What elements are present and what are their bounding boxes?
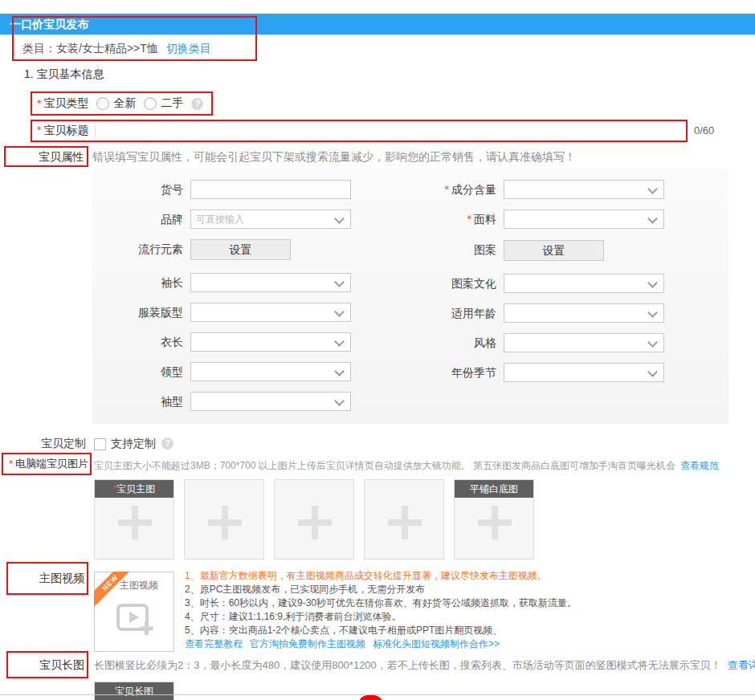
radio-used-label[interactable]: 二手: [161, 96, 183, 111]
long-image-upload-tile[interactable]: 宝贝长图: [94, 682, 174, 700]
radio-used[interactable]: [144, 97, 157, 110]
chevron-down-icon: [334, 336, 345, 347]
video-help-links: 查看完整教程官方淘拍免费制作主图视频标准化头图短视频制作合作>>: [185, 637, 577, 651]
section-header-bar: 一口价宝贝发布: [0, 14, 755, 35]
view-details-link[interactable]: 查看详情: [728, 659, 755, 671]
attr-input[interactable]: [190, 180, 351, 199]
attr-label: 领型: [92, 362, 183, 381]
chevron-down-icon: [647, 307, 658, 318]
video-help-link[interactable]: 标准化头图短视频制作合作>>: [373, 638, 500, 649]
image-upload-tile[interactable]: *宝贝主图: [94, 479, 174, 560]
required-mark: *: [445, 183, 449, 196]
required-mark: *: [467, 213, 471, 226]
chevron-down-icon: [334, 307, 345, 317]
image-upload-tile[interactable]: [364, 479, 444, 560]
attr-select[interactable]: [504, 333, 664, 352]
video-tip-line: 4、尺寸：建议1:1,16:9,利于消费者前台浏览体验。: [185, 610, 577, 624]
video-tip-line: 2、原PC主图视频发布，已实现同步手机，无需分开发布: [185, 583, 577, 596]
main-video-tips: 1、最新官方数据表明，有主图视频商品成交转化提升显著，建议尽快发布主图视频。2、…: [185, 569, 577, 651]
video-tip-line: 3、时长：60秒以内，建议9-30秒可优先在猜你喜欢、有好货等公域频道抓取，获取…: [185, 596, 577, 610]
video-tip-line: 1、最新官方数据表明，有主图视频商品成交转化提升显著，建议尽快发布主图视频。: [185, 569, 577, 583]
attributes-label: 宝贝属性: [39, 150, 84, 163]
attr-label: 年份季节: [365, 363, 496, 382]
attr-label: 袖型: [92, 392, 183, 411]
red-marker: [358, 695, 383, 700]
item-title-input[interactable]: [95, 122, 686, 140]
attr-select[interactable]: [190, 332, 351, 352]
view-spec-link[interactable]: 查看规范: [680, 460, 719, 471]
chevron-down-icon: [334, 366, 345, 376]
breadcrumb: 类目：女装/女士精品>>T恤切换类目: [22, 42, 211, 56]
attr-label: 衣长: [92, 332, 183, 352]
plus-icon: [402, 506, 408, 539]
video-tile-title: 主图视频: [95, 579, 173, 592]
attr-label: 服装版型: [92, 303, 183, 322]
item-type-row: * 宝贝类型 全新 二手 ?: [31, 92, 213, 116]
radio-new[interactable]: [96, 97, 109, 110]
item-type-label: 宝贝类型: [43, 96, 88, 111]
attr-label: *面料: [365, 210, 496, 229]
attr-select[interactable]: [504, 274, 664, 293]
attr-label: 适用年龄: [365, 303, 496, 323]
switch-category-link[interactable]: 切换类目: [166, 42, 211, 55]
set-button[interactable]: 设置: [190, 239, 291, 260]
plus-icon: [132, 506, 138, 539]
customization-checkbox-label[interactable]: 支持定制: [111, 437, 156, 451]
video-help-link[interactable]: 官方淘拍免费制作主图视频: [250, 638, 365, 649]
long-image-label: 宝贝长图: [39, 658, 84, 671]
attr-select[interactable]: [190, 273, 351, 292]
long-image-label-box: 宝贝长图: [6, 651, 88, 678]
page-title: 一口价宝贝发布: [0, 14, 755, 35]
attr-select[interactable]: [190, 303, 351, 322]
video-tip-line: 5、内容：突出商品1-2个核心卖点，不建议电子相册或PPT图片翻页视频、: [185, 624, 577, 637]
attr-label: 货号: [92, 180, 183, 199]
radio-new-label[interactable]: 全新: [113, 96, 136, 111]
main-video-upload-tile[interactable]: NEW 主图视频: [94, 572, 174, 652]
item-title-label: *宝贝标题: [32, 124, 95, 138]
attr-select[interactable]: [504, 363, 664, 382]
customization-checkbox[interactable]: [94, 438, 106, 450]
item-title-row: *宝贝标题: [31, 120, 688, 142]
chevron-down-icon: [647, 367, 658, 377]
chevron-down-icon: [334, 396, 345, 406]
attr-label: 图案: [365, 240, 496, 259]
attr-select[interactable]: [504, 210, 664, 229]
attributes-label-box: 宝贝属性: [4, 146, 88, 167]
main-video-label-box: 主图视频: [6, 562, 88, 595]
customization-label: 宝贝定制: [0, 437, 86, 451]
attr-select[interactable]: 可直接输入: [190, 210, 351, 229]
long-image-description: 长图横竖比必须为2：3，最小长度为480，建议使用800*1200，若不上传长图…: [94, 658, 755, 673]
set-button[interactable]: 设置: [504, 240, 604, 261]
attr-select[interactable]: [504, 180, 664, 199]
required-mark: *: [37, 97, 41, 110]
help-icon[interactable]: ?: [161, 438, 173, 450]
attributes-panel: 货号品牌可直接输入流行元素设置袖长服装版型衣长领型袖型*成分含量*面料图案设置图…: [92, 169, 728, 424]
chevron-down-icon: [647, 214, 658, 224]
attr-select[interactable]: [504, 303, 664, 323]
tile-header: 平铺白底图: [455, 480, 533, 498]
section-title: 1. 宝贝基本信息: [24, 67, 104, 82]
image-upload-tile[interactable]: 平铺白底图: [454, 479, 534, 560]
bottom-divider: [0, 694, 755, 695]
plus-icon: [492, 506, 498, 539]
video-help-link[interactable]: 查看完整教程: [185, 638, 243, 649]
chevron-down-icon: [334, 277, 345, 287]
main-video-label: 主图视频: [39, 572, 84, 584]
attr-label: *成分含量: [365, 180, 496, 199]
pc-images-description: 宝贝主图大小不能超过3MB；700*700 以上图片上传后宝贝详情页自动提供放大…: [94, 459, 719, 473]
chevron-down-icon: [647, 278, 658, 288]
attr-label: 风格: [365, 333, 496, 352]
attr-select[interactable]: [190, 392, 351, 411]
attr-label: 图案文化: [365, 274, 496, 293]
image-upload-tile[interactable]: [274, 479, 354, 560]
pc-images-label: 电脑端宝贝图片: [15, 458, 88, 470]
help-icon[interactable]: ?: [191, 98, 203, 110]
category-path: 类目：女装/女士精品>>T恤: [22, 42, 158, 55]
attr-select[interactable]: [190, 362, 351, 381]
publish-item-page: 一口价宝贝发布 类目：女装/女士精品>>T恤切换类目 1. 宝贝基本信息 * 宝…: [0, 0, 755, 700]
attributes-warning: 错误填写宝贝属性，可能会引起宝贝下架或搜索流量减少，影响您的正常销售，请认真准确…: [92, 150, 576, 165]
tile-header: *宝贝主图: [95, 480, 173, 498]
required-mark: *: [9, 458, 13, 470]
attr-label: 袖长: [92, 273, 183, 292]
image-upload-tile[interactable]: [184, 479, 264, 560]
